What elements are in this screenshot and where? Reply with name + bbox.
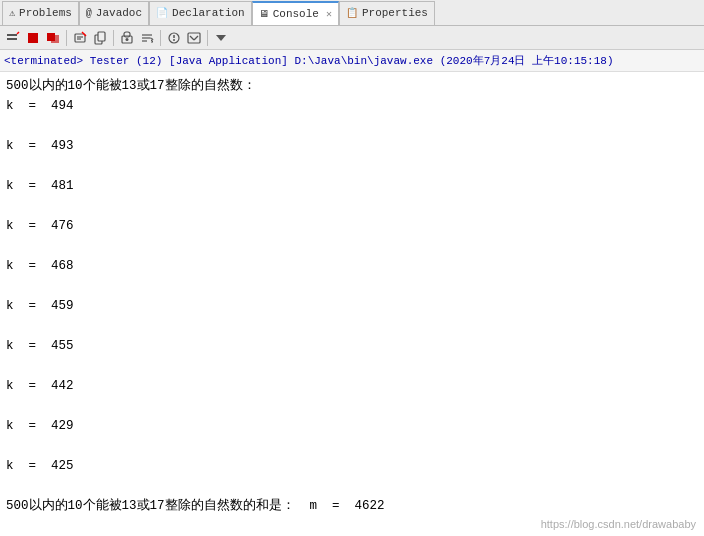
tab-bar: ⚠ Problems @ Javadoc 📄 Declaration 🖥 Con… (0, 0, 704, 26)
console-close-icon[interactable]: ✕ (326, 8, 332, 20)
remove-all-button[interactable] (71, 29, 89, 47)
console-line (6, 396, 698, 416)
tab-problems-label: Problems (19, 7, 72, 19)
scroll-lock-button[interactable] (118, 29, 136, 47)
tab-console[interactable]: 🖥 Console ✕ (252, 1, 339, 25)
separator-3 (160, 30, 161, 46)
console-line: k = 481 (6, 176, 698, 196)
toolbar (0, 26, 704, 50)
tab-declaration[interactable]: 📄 Declaration (149, 1, 252, 25)
svg-line-22 (190, 36, 194, 40)
svg-line-2 (17, 32, 19, 34)
console-line: k = 476 (6, 216, 698, 236)
console-line (6, 436, 698, 456)
tab-declaration-label: Declaration (172, 7, 245, 19)
svg-line-23 (194, 36, 198, 40)
console-line: k = 494 (6, 96, 698, 116)
svg-rect-5 (51, 35, 59, 43)
open-console-button[interactable] (185, 29, 203, 47)
terminate-button[interactable] (24, 29, 42, 47)
svg-rect-6 (75, 34, 85, 42)
terminate-all-button[interactable] (44, 29, 62, 47)
svg-marker-24 (216, 35, 226, 41)
console-line: k = 493 (6, 136, 698, 156)
tab-javadoc[interactable]: @ Javadoc (79, 1, 149, 25)
javadoc-icon: @ (86, 8, 92, 19)
console-line: k = 455 (6, 336, 698, 356)
status-text: <terminated> Tester (12) [Java Applicati… (4, 53, 614, 68)
tab-properties[interactable]: 📋 Properties (339, 1, 435, 25)
declaration-icon: 📄 (156, 7, 168, 19)
console-line (6, 116, 698, 136)
console-line (6, 156, 698, 176)
console-line (6, 196, 698, 216)
clear-console-button[interactable] (4, 29, 22, 47)
view-menu-button[interactable] (212, 29, 230, 47)
svg-rect-21 (188, 33, 200, 43)
tab-properties-label: Properties (362, 7, 428, 19)
tab-problems[interactable]: ⚠ Problems (2, 1, 79, 25)
console-line: 500以内的10个能被13或17整除的自然数的和是： m = 4622 (6, 496, 698, 516)
console-icon: 🖥 (259, 8, 269, 20)
console-line (6, 356, 698, 376)
console-line: k = 425 (6, 456, 698, 476)
pin-console-button[interactable] (165, 29, 183, 47)
svg-rect-3 (28, 33, 38, 43)
tab-javadoc-label: Javadoc (96, 7, 142, 19)
console-line: k = 459 (6, 296, 698, 316)
copy-stack-button[interactable] (91, 29, 109, 47)
svg-rect-1 (7, 38, 17, 40)
svg-rect-11 (98, 32, 105, 41)
properties-icon: 📋 (346, 7, 358, 19)
separator-2 (113, 30, 114, 46)
console-output[interactable]: 500以内的10个能被13或17整除的自然数：k = 494 k = 493 k… (0, 72, 704, 536)
word-wrap-button[interactable] (138, 29, 156, 47)
problems-icon: ⚠ (9, 7, 15, 19)
console-line (6, 276, 698, 296)
console-line: k = 429 (6, 416, 698, 436)
svg-point-14 (126, 38, 129, 41)
console-line (6, 316, 698, 336)
console-line (6, 236, 698, 256)
console-line: k = 442 (6, 376, 698, 396)
console-line (6, 476, 698, 496)
separator-1 (66, 30, 67, 46)
console-line: k = 468 (6, 256, 698, 276)
separator-4 (207, 30, 208, 46)
svg-point-20 (173, 39, 175, 41)
tab-console-label: Console (273, 8, 319, 20)
status-bar: <terminated> Tester (12) [Java Applicati… (0, 50, 704, 72)
console-line: 500以内的10个能被13或17整除的自然数： (6, 76, 698, 96)
svg-rect-0 (7, 34, 17, 36)
